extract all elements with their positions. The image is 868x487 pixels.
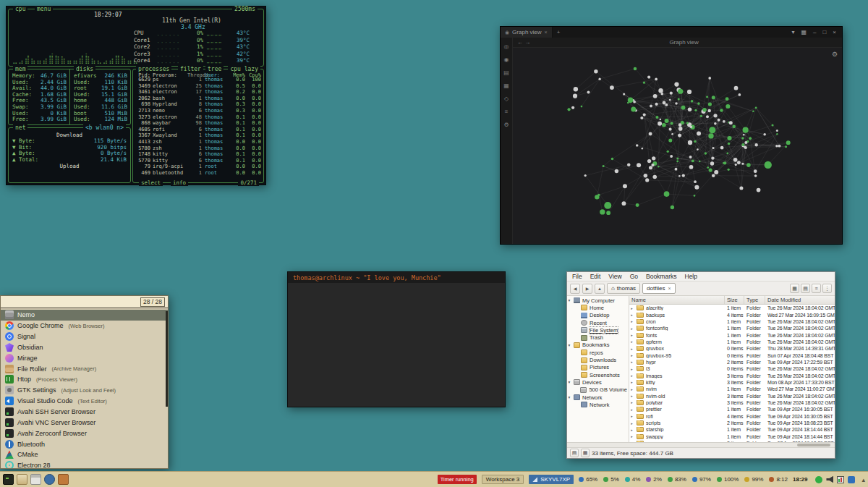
file-row[interactable]: ▸ backups 4 items Folder Wed 27 Mar 2024… [629,311,835,318]
row-expander-icon[interactable]: ▸ [629,360,634,364]
row-expander-icon[interactable]: ▸ [629,394,634,398]
file-row[interactable]: ▸ nvim 1 item Folder Wed 27 Mar 2024 11:… [629,386,835,392]
nav-back-icon[interactable]: ← [517,39,523,46]
launcher-item[interactable]: GTK Settings (Adjust Look and Feel) [1,385,168,396]
menu-item[interactable]: Edit [590,273,601,280]
file-row[interactable]: ▸ gpferm 1 item Folder Tue 26 Mar 2024 1… [629,339,835,345]
places-pane-button[interactable]: ▤ [570,449,579,457]
process-row[interactable]: 6629 ps 1 thomas 0.0 100 [133,77,263,83]
process-row[interactable]: 469 bluetoothd 1 root 0.0 0.0 [133,170,263,177]
editor-launcher-icon[interactable] [58,474,69,485]
canvas-icon[interactable]: ▤ [503,69,509,76]
row-expander-icon[interactable]: ▸ [629,434,634,439]
launcher-item[interactable]: Visual Studio Code (Text Editor) [1,396,168,407]
sidebar-item[interactable]: Recent [567,319,629,326]
sidebar-item[interactable]: ▾ Network [567,394,629,401]
sidebar-item[interactable]: File System [567,326,629,334]
templates-icon[interactable]: ◇ [504,96,509,102]
process-row[interactable]: 3469 electron 25 thomas 0.5 0.0 [133,83,263,90]
file-row[interactable]: ▸ kitty 3 items Folder Mon 08 Apr 2024 1… [629,379,835,386]
file-row[interactable]: ▸ cron 1 item Folder Tue 26 Mar 2024 18:… [629,318,835,325]
timer-badge[interactable]: Timer running [438,475,477,484]
compact-view-button[interactable]: ▤ [801,284,810,293]
terminal-titlebar[interactable]: thomas@archlinux ~ "I love you, Munchie" [288,272,505,283]
system-monitor-icon[interactable] [837,476,844,483]
obsidian-titlebar[interactable]: ◉ Graph view × + ▾ ▦ – □ × [501,27,842,38]
tab-dotfiles[interactable]: dotfiles × [642,283,675,294]
minimize-button[interactable]: – [813,29,816,35]
file-row[interactable]: ▸ i3 0 items Folder Tue 26 Mar 2024 18:0… [629,365,835,372]
tab-list-chevron-icon[interactable]: ▾ [791,29,794,35]
process-row[interactable]: 5770 kitty 6 thomas 0.1 0.0 [133,158,263,164]
forward-button[interactable]: ▶ [582,284,592,294]
sidebar-item[interactable]: Network [567,401,629,408]
graph-canvas[interactable] [513,48,842,244]
row-expander-icon[interactable]: ▸ [629,306,634,310]
process-row[interactable]: 5780 zsh 1 thomas 0.0 0.0 [133,145,263,152]
sidebar-item[interactable]: ▾ Devices [567,378,629,386]
expander-icon[interactable]: ▾ [567,380,571,384]
btop-cpu-title[interactable]: cpu [13,6,27,12]
notifications-icon[interactable] [815,476,822,483]
row-expander-icon[interactable]: ▸ [629,421,634,425]
sidebar-item[interactable]: ▾ Bookmarks [567,342,629,349]
row-expander-icon[interactable]: ▸ [629,339,634,344]
expander-icon[interactable]: ▾ [567,395,571,399]
list-view-button[interactable]: ≡ [812,284,821,293]
sidebar-item[interactable]: repos [567,349,629,356]
wifi-indicator[interactable]: SKYVL7XP [529,475,574,484]
process-row[interactable]: 3461 electron 17 thomas 0.2 0.0 [133,89,263,96]
metric[interactable]: 83% [668,476,686,483]
launcher-scrollbar[interactable] [166,311,168,407]
file-row[interactable]: ▸ gruvbox-95 0 items Folder Sun 07 Apr 2… [629,352,835,358]
tray-expander-icon[interactable]: ▴ [861,476,865,483]
terminal-body[interactable] [288,283,505,407]
menu-item[interactable]: Bookmarks [646,273,677,280]
tab-graph-view[interactable]: ◉ Graph view × [501,27,553,38]
settings-icon[interactable]: ⚙ [503,122,509,128]
sidebar-item[interactable]: Home [567,304,629,311]
expander-icon[interactable]: ▾ [567,343,571,347]
btop-menu-button[interactable]: menu [35,6,53,12]
command-palette-icon[interactable]: ≡ [505,109,509,115]
process-row[interactable]: 2062 bash 1 thomas 0.0 0.0 [133,96,263,102]
metric[interactable]: 65% [579,476,597,483]
launcher-item[interactable]: Electron 28 [1,460,168,468]
launcher-item[interactable]: Signal [1,331,168,342]
column-size[interactable]: Size [725,296,744,304]
file-row[interactable]: ▸ fonts 1 item Folder Tue 26 Mar 2024 18… [629,331,835,338]
metric[interactable]: 5% [603,476,619,483]
sidebar-item[interactable]: Screenshots [567,371,629,378]
file-row[interactable]: ▸ images 3 items Folder Tue 26 Mar 2024 … [629,372,835,378]
process-row[interactable]: 1748 kitty 6 thomas 0.1 0.0 [133,151,263,158]
launcher-item[interactable]: File Roller (Archive Manager) [1,363,168,374]
metric[interactable]: 2% [646,476,662,483]
maximize-button[interactable]: □ [822,29,826,35]
file-row[interactable]: ▸ swappy 1 item Folder Tue 09 Apr 2024 1… [629,433,835,440]
close-button[interactable]: × [833,29,836,35]
process-row[interactable]: 3273 electron 48 thomas 0.1 0.0 [133,114,263,121]
process-sort[interactable]: cpu lazy [228,66,260,72]
sidebar-item[interactable]: ▾ My Computer [567,297,629,304]
printer-launcher-icon[interactable] [30,474,41,485]
file-row[interactable]: ▸ rofi 4 items Folder Tue 09 Apr 2024 16… [629,413,835,420]
row-expander-icon[interactable]: ▸ [629,313,634,317]
tab-close-icon[interactable]: × [545,30,548,35]
daily-note-icon[interactable]: ▦ [503,82,509,89]
file-row[interactable]: ▸ gruvbox 0 items Folder Thu 28 Mar 2024… [629,345,835,352]
back-button[interactable]: ◀ [570,284,580,294]
horizontal-scrollbar[interactable] [567,442,835,447]
column-type[interactable]: Type [744,296,765,304]
nav-forward-icon[interactable]: → [524,39,530,46]
process-row[interactable]: 3367 Xwayland 1 thomas 0.1 0.0 [133,132,263,139]
menu-item[interactable]: File [572,273,582,280]
menu-item[interactable]: Help [685,273,697,280]
file-row[interactable]: ▸ polybar 3 items Folder Tue 26 Mar 2024… [629,399,835,406]
volume-icon[interactable] [826,476,833,483]
menu-item[interactable]: Go [630,273,638,280]
metric[interactable]: 100% [717,476,739,483]
process-row[interactable]: 4605 rofi 6 thomas 0.1 0.0 [133,127,263,133]
graph-settings-gear-icon[interactable]: ⚙ [832,51,838,58]
file-row[interactable]: ▸ starship 1 item Folder Tue 09 Apr 2024… [629,426,835,433]
row-expander-icon[interactable]: ▸ [629,347,634,351]
